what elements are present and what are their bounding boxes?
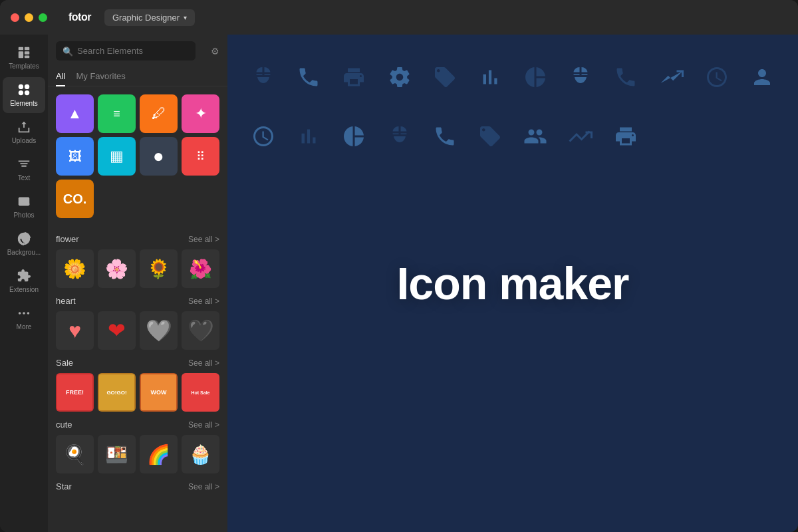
r2-trend <box>558 107 603 166</box>
r2-mouse <box>376 107 422 166</box>
sidebar-photos-label: Photos <box>13 211 34 219</box>
r2-bar <box>286 107 331 166</box>
cute-item-3[interactable]: 🌈 <box>140 435 178 473</box>
tile-co[interactable]: CO. <box>56 180 94 218</box>
titlebar: fotor Graphic Designer <box>0 0 798 35</box>
sidebar-extension-label: Extension <box>9 286 39 294</box>
flower-item-4[interactable]: 🌺 <box>182 249 219 288</box>
cute-items: 🍳 🍱 🌈 🧁 <box>56 435 219 473</box>
tile-bubble[interactable]: ● <box>140 137 178 176</box>
app-window: fotor Graphic Designer Templates Element… <box>0 0 798 532</box>
r2-phone <box>422 107 467 166</box>
svg-point-8 <box>25 90 29 95</box>
elements-tiles-grid: ▲ ≡ 🖊 ✦ 🖼 ▦ ● <box>48 86 227 226</box>
sidebar-item-uploads[interactable]: Uploads <box>3 114 45 150</box>
svg-point-11 <box>19 312 21 315</box>
r2-clock <box>241 107 286 166</box>
section-heart-header: heart See all > <box>56 296 219 306</box>
extension-icon <box>17 269 31 283</box>
sale-item-free[interactable]: FREE! <box>56 373 94 412</box>
svg-point-10 <box>21 200 23 201</box>
tile-frames[interactable]: 🖼 <box>56 137 94 176</box>
heart-items: ♥ ❤ 🩶 🖤 <box>56 311 219 350</box>
cute-item-1[interactable]: 🍳 <box>56 435 94 473</box>
elements-panel: 🔍 ⚙ All My Favorites ▲ ≡ 🖊 <box>48 35 227 532</box>
canvas-center-text: Icon maker <box>396 257 628 309</box>
sidebar-item-text[interactable]: Text <box>3 152 45 188</box>
frames-icon: 🖼 <box>68 149 82 164</box>
sale-item-hot[interactable]: Hot Sale <box>182 373 219 412</box>
tile-lines[interactable]: ≡ <box>98 94 136 133</box>
icon-bar-chart <box>467 48 513 107</box>
brush-icon: 🖊 <box>152 105 166 122</box>
pattern-icon: ⠿ <box>196 149 205 164</box>
cute-item-4[interactable]: 🧁 <box>182 435 219 473</box>
flower-item-1[interactable]: 🌼 <box>56 249 94 288</box>
icon-gear <box>376 48 422 107</box>
flower-item-3[interactable]: 🌻 <box>140 249 178 288</box>
cute-item-2[interactable]: 🍱 <box>98 435 136 473</box>
maximize-button[interactable] <box>39 13 47 22</box>
filter-icon[interactable]: ⚙ <box>211 46 219 57</box>
section-sale-see-all[interactable]: See all > <box>188 358 219 368</box>
tile-pattern[interactable]: ⠿ <box>182 137 219 176</box>
app-logo: fotor <box>68 11 91 23</box>
section-star-see-all[interactable]: See all > <box>188 482 219 491</box>
tile-brush[interactable]: 🖊 <box>140 94 178 133</box>
icon-mouse <box>241 48 286 107</box>
sidebar-item-templates[interactable]: Templates <box>3 40 45 76</box>
graphic-designer-dropdown[interactable]: Graphic Designer <box>104 9 195 26</box>
sale-item-wow[interactable]: WOW <box>140 373 178 412</box>
heart-item-silver[interactable]: 🩶 <box>140 311 178 350</box>
traffic-lights <box>11 13 47 22</box>
svg-rect-0 <box>19 47 23 51</box>
text-icon <box>17 157 31 172</box>
heart-item-pink[interactable]: ♥ <box>56 311 94 350</box>
tile-grid[interactable]: ▦ <box>98 137 136 176</box>
icon-clock <box>694 48 739 107</box>
section-flower-header: flower See all > <box>56 234 219 244</box>
section-flower-title: flower <box>56 234 79 244</box>
tile-stickers[interactable]: ✦ <box>182 94 219 133</box>
flower-items: 🌼 🌸 🌻 🌺 <box>56 249 219 288</box>
section-flower-see-all[interactable]: See all > <box>188 235 219 244</box>
search-icon: 🔍 <box>63 46 73 56</box>
sale-item-gogo[interactable]: GO!GO! <box>98 373 136 412</box>
icon-pie <box>513 48 558 107</box>
svg-rect-1 <box>25 47 29 51</box>
sidebar-templates-label: Templates <box>9 63 39 70</box>
section-star-header: Star See all > <box>56 481 219 491</box>
minimize-button[interactable] <box>25 13 33 22</box>
svg-point-13 <box>27 312 30 315</box>
search-input[interactable] <box>56 41 196 61</box>
flower-item-2[interactable]: 🌸 <box>98 249 136 288</box>
heart-item-red[interactable]: ❤ <box>98 311 136 350</box>
tile-shapes[interactable]: ▲ <box>56 94 94 133</box>
svg-point-7 <box>19 90 23 95</box>
sidebar-item-extension[interactable]: Extension <box>3 263 45 299</box>
shapes-icon: ▲ <box>68 105 82 122</box>
close-button[interactable] <box>11 13 19 22</box>
svg-point-6 <box>25 84 29 89</box>
r2-users <box>513 107 558 166</box>
section-sale-header: Sale See all > <box>56 358 219 368</box>
sidebar-more-label: More <box>17 323 32 331</box>
section-heart-see-all[interactable]: See all > <box>188 297 219 306</box>
tab-favorites[interactable]: My Favorites <box>76 67 125 86</box>
section-cute-see-all[interactable]: See all > <box>188 420 219 430</box>
sidebar-background-label: Backgrou... <box>7 249 41 257</box>
tab-all[interactable]: All <box>56 67 65 86</box>
section-sale-title: Sale <box>56 358 73 368</box>
sidebar-item-more[interactable]: More <box>3 301 45 336</box>
sidebar-item-background[interactable]: Backgrou... <box>3 226 45 262</box>
icon-phone2 <box>603 48 648 107</box>
sidebar-item-photos[interactable]: Photos <box>3 189 45 225</box>
grid-icon: ▦ <box>110 148 124 165</box>
heart-item-dark[interactable]: 🖤 <box>182 311 219 350</box>
background-icon <box>17 231 31 246</box>
templates-icon <box>17 45 31 60</box>
section-cute-header: cute See all > <box>56 420 219 430</box>
sidebar-item-elements[interactable]: Elements <box>3 77 45 113</box>
elements-icon <box>17 82 31 97</box>
main-area: Templates Elements Uploads Text Photos B <box>0 35 798 532</box>
